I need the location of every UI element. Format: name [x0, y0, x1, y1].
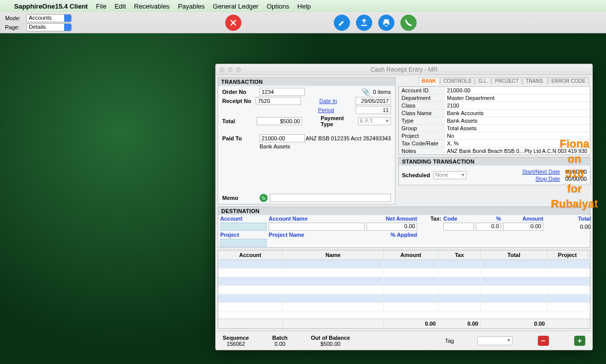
- total-label: Total: [222, 118, 257, 124]
- date-in-label[interactable]: Date In: [319, 98, 356, 104]
- period-label[interactable]: Period: [318, 107, 356, 113]
- remove-line-button[interactable]: −: [538, 336, 549, 346]
- transaction-header: TRANSACTION: [218, 78, 395, 86]
- dest-account-name-input[interactable]: [269, 223, 365, 231]
- tag-select[interactable]: [477, 336, 513, 345]
- th-tax[interactable]: Tax: [438, 250, 481, 259]
- payment-type-select[interactable]: E.F.T. ▾: [358, 117, 391, 125]
- export-icon: [360, 18, 369, 27]
- app-name[interactable]: SapphireOne15.4 Client: [14, 3, 88, 10]
- table-row[interactable]: [218, 269, 590, 277]
- dest-code-input[interactable]: [443, 223, 474, 231]
- memo-action-icon[interactable]: ↻: [260, 194, 268, 202]
- table-body[interactable]: [218, 260, 590, 319]
- export-button[interactable]: [356, 15, 372, 31]
- standing-header: STANDING TRANSACTION: [399, 158, 590, 166]
- account-id-value: 21000-00: [444, 87, 590, 94]
- scheduled-select[interactable]: None ▾: [433, 171, 467, 179]
- memo-input[interactable]: [270, 194, 391, 202]
- th-account[interactable]: Account: [218, 250, 283, 259]
- menu-help[interactable]: Help: [297, 3, 311, 10]
- project-label: Project: [399, 132, 444, 139]
- taxcode-value: X, %: [444, 140, 590, 147]
- table-row[interactable]: [218, 260, 590, 269]
- class-name-value: Bank Accounts: [444, 110, 590, 117]
- th-project[interactable]: Project: [547, 250, 588, 259]
- attachment-icon[interactable]: 📎: [362, 88, 370, 96]
- cash-receipt-window: Cash Receipt Entry - MR TRANSACTION Orde…: [215, 64, 593, 350]
- window-title: Cash Receipt Entry - MR: [216, 66, 592, 73]
- destination-header: DESTINATION: [218, 207, 590, 215]
- tab-bank[interactable]: BANK: [419, 77, 439, 84]
- tab-trans[interactable]: TRANS.: [523, 77, 547, 84]
- menu-file[interactable]: File: [96, 3, 107, 10]
- account-info-grid: Account ID21000-00 DepartmentMaster Depa…: [398, 86, 590, 155]
- dest-amount-input[interactable]: 0.00: [503, 223, 543, 231]
- order-no-label: Order No: [222, 89, 260, 95]
- col-pct: %: [476, 216, 501, 222]
- period-input[interactable]: [356, 106, 391, 114]
- tf-total: 0.00: [481, 319, 547, 328]
- call-button[interactable]: [400, 15, 417, 31]
- tab-controls[interactable]: CONTROLS: [440, 77, 475, 84]
- date-in-input[interactable]: [356, 97, 391, 105]
- menu-general-ledger[interactable]: General Ledger: [213, 3, 259, 10]
- notes-label: Notes: [399, 147, 444, 154]
- page-label: Page:: [5, 24, 23, 30]
- th-total[interactable]: Total: [481, 250, 547, 259]
- department-value: Master Department: [444, 94, 590, 101]
- toolbar: Mode: Accounts Page: Details: [0, 12, 606, 33]
- out-of-balance-value: $500.00: [320, 341, 340, 347]
- tag-label: Tag: [445, 338, 454, 344]
- tab-error-code[interactable]: ERROR CODE: [548, 77, 589, 84]
- mode-label: Mode:: [5, 15, 23, 21]
- tf-tax: 0.00: [438, 319, 481, 328]
- print-button[interactable]: [378, 15, 394, 31]
- start-date-value: 00/00/00: [565, 169, 587, 175]
- menu-receivables[interactable]: Receivables: [134, 3, 170, 10]
- col-net-amount: Net Amount: [367, 216, 417, 222]
- th-name[interactable]: Name: [283, 250, 384, 259]
- table-row[interactable]: [218, 294, 590, 303]
- tab-project[interactable]: PROJECT: [492, 77, 522, 84]
- dest-total-value: 0.00: [545, 224, 591, 230]
- mode-select[interactable]: Accounts: [26, 14, 72, 22]
- menu-payables[interactable]: Payables: [178, 3, 205, 10]
- dest-pct-input[interactable]: 0.0: [476, 223, 501, 231]
- th-amount[interactable]: Amount: [384, 250, 438, 259]
- tf-amount: 0.00: [384, 319, 438, 328]
- paid-to-detail: ANZ BSB 012235 Acct 262493343: [305, 135, 391, 141]
- x-icon: [229, 18, 238, 27]
- receipt-no-label: Receipt No: [222, 98, 256, 104]
- paid-to-account-input[interactable]: [260, 134, 305, 142]
- window-titlebar[interactable]: Cash Receipt Entry - MR: [216, 64, 592, 75]
- stop-date-label[interactable]: Stop Date: [535, 176, 560, 182]
- col-project-name: Project Name: [269, 232, 365, 238]
- add-line-button[interactable]: +: [574, 336, 585, 346]
- menu-edit[interactable]: Edit: [115, 3, 126, 10]
- phone-icon: [404, 18, 413, 27]
- order-no-input[interactable]: [260, 88, 305, 96]
- batch-label: Batch: [272, 335, 288, 341]
- menu-options[interactable]: Options: [267, 3, 289, 10]
- total-input[interactable]: [257, 117, 302, 125]
- edit-button[interactable]: [334, 15, 350, 31]
- class-name-label: Class Name: [399, 110, 444, 117]
- cancel-button[interactable]: [225, 15, 241, 31]
- table-row[interactable]: [218, 277, 590, 286]
- sequence-label: Sequence: [223, 335, 249, 341]
- tab-gl[interactable]: G.L.: [475, 77, 491, 84]
- page-select[interactable]: Details: [26, 23, 72, 31]
- destination-panel: DESTINATION Account Account Name Net Amo…: [218, 206, 590, 248]
- menubar: SapphireOne15.4 Client File Edit Receiva…: [0, 0, 606, 12]
- dest-account-input[interactable]: [220, 223, 267, 231]
- table-row[interactable]: [218, 303, 590, 311]
- dest-net-amount-input[interactable]: 0.00: [367, 223, 417, 231]
- table-row[interactable]: [218, 286, 590, 294]
- items-count: 0 items: [373, 89, 391, 95]
- project-value: No: [444, 132, 590, 139]
- dest-project-input[interactable]: [220, 239, 267, 247]
- paid-to-name: Bank Assets: [260, 143, 290, 149]
- receipt-no-input[interactable]: [256, 97, 301, 105]
- start-date-label[interactable]: Start/Next Date: [522, 169, 560, 175]
